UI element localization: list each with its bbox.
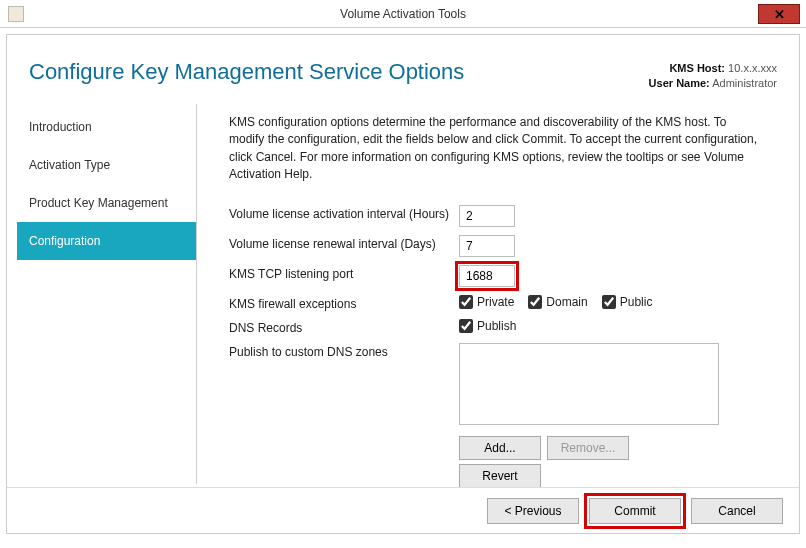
firewall-private-checkbox[interactable]: Private — [459, 295, 514, 309]
page-title: Configure Key Management Service Options — [29, 59, 464, 85]
host-info: KMS Host: 10.x.x.xxx User Name: Administ… — [649, 59, 777, 92]
sidebar-item-label: Configuration — [29, 234, 100, 248]
user-name-value: Administrator — [712, 77, 777, 89]
body-row: Introduction Activation Type Product Key… — [7, 104, 799, 484]
close-icon: ✕ — [774, 7, 785, 22]
checkbox-input[interactable] — [528, 295, 542, 309]
sidebar-item-configuration[interactable]: Configuration — [17, 222, 196, 260]
checkbox-label: Domain — [546, 295, 587, 309]
window-icon — [8, 6, 24, 22]
user-name-label: User Name: — [649, 77, 710, 89]
renewal-interval-input[interactable] — [459, 235, 515, 257]
row-renewal-interval: Volume license renewal interval (Days) — [229, 235, 779, 257]
zone-buttons-row-2: Revert — [459, 464, 779, 488]
activation-interval-input[interactable] — [459, 205, 515, 227]
firewall-label: KMS firewall exceptions — [229, 295, 459, 311]
previous-button[interactable]: < Previous — [487, 498, 579, 524]
firewall-domain-checkbox[interactable]: Domain — [528, 295, 587, 309]
row-firewall: KMS firewall exceptions Private Domain P… — [229, 295, 779, 311]
zones-label: Publish to custom DNS zones — [229, 343, 459, 359]
tcp-port-input[interactable] — [459, 265, 515, 287]
row-custom-zones: Publish to custom DNS zones — [229, 343, 779, 428]
zone-buttons-row: Add... Remove... — [459, 436, 779, 460]
checkbox-input[interactable] — [459, 319, 473, 333]
kms-host-value: 10.x.x.xxx — [728, 62, 777, 74]
checkbox-input[interactable] — [602, 295, 616, 309]
kms-host-label: KMS Host: — [669, 62, 725, 74]
checkbox-label: Private — [477, 295, 514, 309]
dns-publish-checkbox[interactable]: Publish — [459, 319, 516, 333]
firewall-public-checkbox[interactable]: Public — [602, 295, 653, 309]
sidebar-item-label: Introduction — [29, 120, 92, 134]
tcp-port-label: KMS TCP listening port — [229, 265, 459, 281]
window-title: Volume Activation Tools — [340, 7, 466, 21]
checkbox-label: Public — [620, 295, 653, 309]
close-button[interactable]: ✕ — [758, 4, 800, 24]
sidebar: Introduction Activation Type Product Key… — [17, 104, 197, 484]
sidebar-item-label: Activation Type — [29, 158, 110, 172]
titlebar: Volume Activation Tools ✕ — [0, 0, 806, 28]
row-dns-records: DNS Records Publish — [229, 319, 779, 335]
sidebar-item-product-key-management[interactable]: Product Key Management — [17, 184, 196, 222]
checkbox-label: Publish — [477, 319, 516, 333]
sidebar-item-introduction[interactable]: Introduction — [17, 108, 196, 146]
intro-text: KMS configuration options determine the … — [229, 114, 759, 184]
row-tcp-port: KMS TCP listening port — [229, 265, 779, 287]
sidebar-item-label: Product Key Management — [29, 196, 168, 210]
header-row: Configure Key Management Service Options… — [7, 35, 799, 104]
zones-listbox[interactable] — [459, 343, 719, 425]
add-button[interactable]: Add... — [459, 436, 541, 460]
renewal-interval-label: Volume license renewal interval (Days) — [229, 235, 459, 251]
main-panel: KMS configuration options determine the … — [197, 104, 799, 484]
cancel-button[interactable]: Cancel — [691, 498, 783, 524]
dns-records-label: DNS Records — [229, 319, 459, 335]
sidebar-item-activation-type[interactable]: Activation Type — [17, 146, 196, 184]
row-activation-interval: Volume license activation interval (Hour… — [229, 205, 779, 227]
bottom-bar: < Previous Commit Cancel — [7, 487, 799, 533]
activation-interval-label: Volume license activation interval (Hour… — [229, 205, 459, 221]
remove-button: Remove... — [547, 436, 629, 460]
content-frame: Configure Key Management Service Options… — [6, 34, 800, 534]
revert-button[interactable]: Revert — [459, 464, 541, 488]
commit-button[interactable]: Commit — [589, 498, 681, 524]
checkbox-input[interactable] — [459, 295, 473, 309]
